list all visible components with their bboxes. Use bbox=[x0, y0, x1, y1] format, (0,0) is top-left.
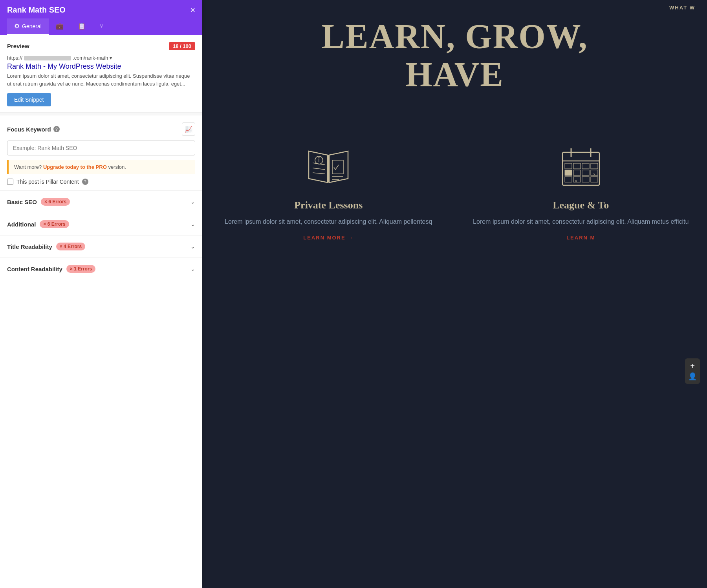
person-icon: 👤 bbox=[688, 372, 697, 381]
svg-rect-15 bbox=[573, 163, 581, 169]
float-button[interactable]: + 👤 bbox=[685, 358, 700, 384]
keyword-label: Focus Keyword bbox=[7, 126, 51, 133]
additional-error-badge: × 6 Errors bbox=[40, 220, 69, 228]
url-domain: .com/rank-math bbox=[73, 55, 108, 61]
content-readability-left: Content Readability × 1 Errors bbox=[7, 265, 95, 273]
content-readability-label: Content Readability bbox=[7, 266, 62, 272]
svg-rect-24 bbox=[582, 177, 589, 182]
content-readability-chevron: ⌄ bbox=[190, 266, 195, 272]
svg-text:×: × bbox=[575, 179, 577, 183]
rank-math-panel: Rank Math SEO × ⚙ General 💼 📋 ⑂ Preview bbox=[0, 0, 202, 588]
basic-seo-label: Basic SEO bbox=[7, 199, 37, 205]
preview-description: Lorem ipsum dolor sit amet, consectetur … bbox=[7, 72, 195, 88]
card-desc-2: Lorem ipsum dolor sit amet, consectetur … bbox=[473, 217, 689, 227]
tab-general[interactable]: ⚙ General bbox=[7, 18, 49, 35]
svg-rect-22 bbox=[565, 177, 572, 182]
help-icon[interactable]: ? bbox=[53, 126, 60, 132]
tabs-row: ⚙ General 💼 📋 ⑂ bbox=[7, 18, 195, 35]
card-link-1[interactable]: LEARN MORE → bbox=[303, 235, 354, 241]
pillar-row: This post is Pillar Content ? bbox=[7, 179, 195, 185]
svg-rect-4 bbox=[332, 160, 343, 174]
hero-line2: HAVE bbox=[202, 56, 707, 94]
trend-icon: 📈 bbox=[185, 126, 192, 133]
keyword-header: Focus Keyword ? 📈 bbox=[7, 122, 195, 136]
upgrade-banner: Want more? Upgrade today to the PRO vers… bbox=[7, 160, 195, 174]
upgrade-text-after: version. bbox=[108, 164, 126, 170]
basic-seo-left: Basic SEO × 6 Errors bbox=[7, 198, 70, 206]
preview-label: Preview bbox=[7, 43, 29, 49]
keyword-section: Focus Keyword ? 📈 Want more? Upgrade tod… bbox=[0, 115, 202, 191]
svg-rect-16 bbox=[582, 163, 589, 169]
close-button[interactable]: × bbox=[190, 6, 195, 15]
additional-left: Additional × 6 Errors bbox=[7, 220, 69, 228]
hero-line1: LEARN, GROW, bbox=[202, 18, 707, 56]
upgrade-link[interactable]: Upgrade today to the PRO bbox=[43, 164, 107, 170]
pillar-checkbox[interactable] bbox=[7, 179, 13, 185]
tab-advanced[interactable]: ⑂ bbox=[93, 18, 111, 35]
title-readability-label: Title Readability bbox=[7, 243, 52, 250]
card-icon-area-2: × × bbox=[555, 141, 606, 192]
card-league: × × League & To Lorem ipsum dolor sit am… bbox=[455, 133, 707, 248]
svg-rect-18 bbox=[565, 170, 572, 175]
svg-rect-20 bbox=[582, 170, 589, 175]
cards-row: Private Lessons Lorem ipsum dolor sit am… bbox=[202, 133, 707, 248]
gear-icon: ⚙ bbox=[14, 22, 20, 30]
tab-general-label: General bbox=[22, 23, 42, 29]
panel-title: Rank Math SEO bbox=[7, 5, 66, 15]
basic-seo-section[interactable]: Basic SEO × 6 Errors ⌄ bbox=[0, 191, 202, 213]
additional-label: Additional bbox=[7, 221, 36, 228]
calendar-icon: × × bbox=[559, 145, 603, 188]
content-readability-section[interactable]: Content Readability × 1 Errors ⌄ bbox=[0, 258, 202, 280]
url-row: https:// .com/rank-math ▾ bbox=[7, 55, 195, 61]
schema-icon: 📋 bbox=[78, 22, 86, 30]
keyword-input[interactable] bbox=[7, 141, 195, 155]
url-prefix: https:// bbox=[7, 55, 22, 61]
svg-rect-17 bbox=[591, 163, 598, 169]
additional-chevron: ⌄ bbox=[190, 221, 195, 227]
preview-header: Preview 18 / 100 bbox=[7, 42, 195, 50]
panel-title-row: Rank Math SEO × bbox=[7, 5, 195, 18]
url-blurred bbox=[24, 56, 71, 60]
title-readability-section[interactable]: Title Readability × 4 Errors ⌄ bbox=[0, 236, 202, 258]
card-link-2[interactable]: LEARN M bbox=[566, 235, 595, 241]
svg-text:×: × bbox=[593, 172, 595, 177]
pillar-help-icon[interactable]: ? bbox=[82, 179, 88, 185]
keyword-label-row: Focus Keyword ? bbox=[7, 126, 60, 133]
card-private-lessons: Private Lessons Lorem ipsum dolor sit am… bbox=[202, 133, 455, 248]
preview-title[interactable]: Rank Math - My WordPress Website bbox=[7, 62, 195, 71]
preview-section: Preview 18 / 100 https:// .com/rank-math… bbox=[0, 35, 202, 112]
card-title-1: Private Lessons bbox=[294, 199, 363, 211]
trend-button[interactable]: 📈 bbox=[182, 122, 195, 136]
svg-rect-14 bbox=[565, 163, 572, 169]
card-icon-area-1 bbox=[303, 141, 354, 192]
svg-line-3 bbox=[313, 173, 325, 174]
book-icon bbox=[305, 145, 352, 188]
svg-point-9 bbox=[319, 157, 320, 159]
svg-rect-19 bbox=[573, 170, 581, 175]
section-divider-1 bbox=[0, 112, 202, 115]
advanced-icon: ⑂ bbox=[100, 23, 104, 30]
upgrade-text-before: Want more? bbox=[14, 164, 42, 170]
tab-social[interactable]: 💼 bbox=[49, 18, 71, 35]
hero-text-block: LEARN, GROW, HAVE bbox=[202, 18, 707, 94]
basic-seo-error-badge: × 6 Errors bbox=[41, 198, 70, 206]
pillar-label: This post is Pillar Content bbox=[16, 179, 79, 185]
title-readability-error-badge: × 4 Errors bbox=[56, 243, 85, 250]
panel-header: Rank Math SEO × ⚙ General 💼 📋 ⑂ bbox=[0, 0, 202, 35]
website-background: WHAT W LEARN, GROW, HAVE bbox=[202, 0, 707, 588]
url-dropdown-arrow[interactable]: ▾ bbox=[110, 55, 112, 61]
svg-rect-25 bbox=[591, 177, 598, 182]
edit-snippet-button[interactable]: Edit Snippet bbox=[7, 93, 51, 106]
title-readability-chevron: ⌄ bbox=[190, 243, 195, 250]
tab-schema[interactable]: 📋 bbox=[71, 18, 93, 35]
additional-section[interactable]: Additional × 6 Errors ⌄ bbox=[0, 213, 202, 236]
seo-sections: Basic SEO × 6 Errors ⌄ Additional × 6 Er… bbox=[0, 191, 202, 280]
card-desc-1: Lorem ipsum dolor sit amet, consectetur … bbox=[225, 217, 432, 227]
what-w-label: WHAT W bbox=[669, 5, 695, 11]
svg-line-2 bbox=[313, 168, 325, 170]
title-readability-left: Title Readability × 4 Errors bbox=[7, 243, 85, 250]
briefcase-icon: 💼 bbox=[56, 22, 64, 30]
panel-body: Preview 18 / 100 https:// .com/rank-math… bbox=[0, 35, 202, 588]
content-readability-error-badge: × 1 Errors bbox=[66, 265, 95, 273]
basic-seo-chevron: ⌄ bbox=[190, 199, 195, 205]
